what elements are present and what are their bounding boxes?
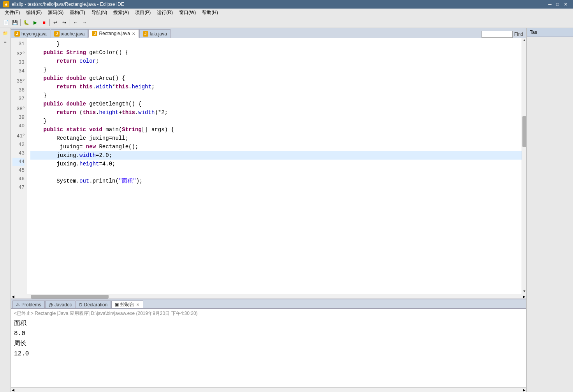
menu-bar: 文件(F) 编辑(E) 源码(S) 重构(T) 导航(N) 搜索(A) 项目(P… [0,9,573,17]
line-43: 43 [12,149,25,158]
menu-window[interactable]: 窗口(W) [176,9,199,17]
code-content[interactable]: } public String getColor() { return colo… [27,38,522,294]
line-45: 45 [12,166,25,175]
sidebar-outline[interactable]: ≡ [2,38,9,45]
title-text: elislip - test/src/hello/java/Rectangle.… [12,2,124,7]
stop-button[interactable]: ■ [40,18,48,27]
forward-button[interactable]: → [80,18,89,27]
toolbar: 📄 💾 🐛 ▶ ■ ↩ ↪ ← → [0,17,573,28]
undo-button[interactable]: ↩ [51,18,60,27]
console-hscrollbar[interactable]: ◀ ▶ [11,387,526,392]
tab-rectangle[interactable]: J Rectangle.java ✕ [88,29,139,38]
title-bar: e elislip - test/src/hello/java/Rectangl… [0,0,573,9]
menu-help[interactable]: 帮助(H) [199,9,221,17]
tab-declaration-label: Declaration [84,302,108,308]
tab-bar: J heyong.java J xiaohe.java J Rectangle.… [11,28,526,38]
main-layout: 📁 ≡ J heyong.java J xiaohe.java J Rectan… [0,28,573,392]
line-32: 32◇ [12,48,25,58]
new-button[interactable]: 📄 [2,18,10,27]
code-line-42: Rectangle juxing=null; [30,134,522,142]
scrollbar-up[interactable]: ▲ [522,38,526,43]
menu-source[interactable]: 源码(S) [45,9,67,17]
code-line-33: return color; [30,57,522,65]
tab-problems[interactable]: ⚠ Problems [12,301,45,308]
back-button[interactable]: ← [71,18,80,27]
redo-button[interactable]: ↪ [60,18,69,27]
menu-run[interactable]: 运行(R) [154,9,176,17]
declaration-icon: D [79,302,83,307]
hscroll-thumb[interactable] [31,295,109,299]
toolbar-sep-3 [70,19,70,26]
console-line-3: 周长 [14,339,523,349]
tab-javadoc-label: Javadoc [54,302,72,308]
java-file-icon: J [14,31,20,37]
horizontal-scrollbar[interactable]: ◀ ▶ [11,294,526,299]
tab-heyong[interactable]: J heyong.java [11,29,50,38]
save-button[interactable]: 💾 [11,18,19,27]
menu-refactor[interactable]: 重构(T) [67,9,88,17]
code-line-36: return this.width*this.height; [30,83,522,91]
eclipse-icon: e [3,1,9,7]
console-line-4: 12.0 [14,349,523,359]
tab-declaration[interactable]: D Declaration [76,301,111,308]
hscroll-left[interactable]: ◀ [11,295,15,299]
sidebar-package-explorer[interactable]: 📁 [2,30,9,37]
menu-file[interactable]: 文件(F) [2,9,23,17]
find-bar: Find [482,31,523,38]
line-41: 41◇ [12,130,25,141]
tab-close-rectangle[interactable]: ✕ [132,32,135,36]
java-file-icon-3: J [92,31,97,36]
tab-label-3: Rectangle.java [99,31,130,36]
right-panel-header: Tas [527,28,573,37]
tab-console-label: 控制台 [120,301,134,308]
menu-search[interactable]: 搜索(A) [110,9,132,17]
code-line-43: juxing= new Rectangle(); [30,142,522,151]
code-line-32: public String getColor() { [30,48,522,57]
menu-project[interactable]: 项目(P) [132,9,154,17]
code-line-46 [30,168,522,177]
console-line-1: 面积 [14,318,523,329]
maximize-btn[interactable]: □ [554,2,561,7]
minimize-btn[interactable]: ─ [546,2,554,7]
scrollbar-down[interactable]: ▼ [522,289,526,294]
console-hscroll-left[interactable]: ◀ [11,388,15,392]
java-file-icon-2: J [54,31,60,37]
tab-console-close[interactable]: ✕ [136,302,140,307]
code-line-35: public double getArea() { [30,74,522,83]
line-38: 38◇ [12,103,25,113]
vertical-scrollbar[interactable]: ▲ ▼ [522,38,526,294]
code-line-40: } [30,117,522,125]
tab-xiaohe[interactable]: J xiaohe.java [51,29,88,38]
line-36: 36 [12,86,25,95]
hscroll-right[interactable]: ▶ [522,295,526,299]
code-line-47: System.out.println("面积"); [30,177,522,185]
menu-edit[interactable]: 编辑(E) [23,9,45,17]
tab-javadoc[interactable]: @ Javadoc [45,301,76,308]
menu-navigate[interactable]: 导航(N) [88,9,111,17]
debug-button[interactable]: 🐛 [22,18,30,27]
code-line-31: } [30,40,522,48]
scrollbar-thumb[interactable] [522,116,526,147]
code-line-37: } [30,91,522,100]
tab-console[interactable]: ▣ 控制台 ✕ [111,301,143,308]
problems-icon: ⚠ [16,302,20,307]
line-37: 37 [12,95,25,103]
line-46: 46 [12,175,25,183]
tab-label-4: lala.java [150,31,167,37]
line-44: 44 [12,158,25,166]
line-33: 33 [12,58,25,67]
line-47: 47 [12,183,25,192]
right-panel-title: Tas [530,30,537,35]
code-editor[interactable]: 31 32◇ 33 34 35◇ 36 37 38◇ 39 40 41◇ 42 … [11,38,526,294]
close-btn[interactable]: ✕ [561,2,570,7]
run-button[interactable]: ▶ [31,18,39,27]
toolbar-sep-2 [49,19,50,26]
bottom-tab-bar: ⚠ Problems @ Javadoc D Declaration ▣ 控制台… [11,299,526,309]
line-35: 35◇ [12,76,25,86]
line-39: 39 [12,113,25,122]
console-hscroll-right[interactable]: ▶ [522,388,526,392]
find-input[interactable] [482,31,513,38]
tab-lala[interactable]: J lala.java [139,29,170,38]
code-line-44: juxing.width=2.0; [30,151,522,160]
editor-container: J heyong.java J xiaohe.java J Rectangle.… [11,28,526,392]
